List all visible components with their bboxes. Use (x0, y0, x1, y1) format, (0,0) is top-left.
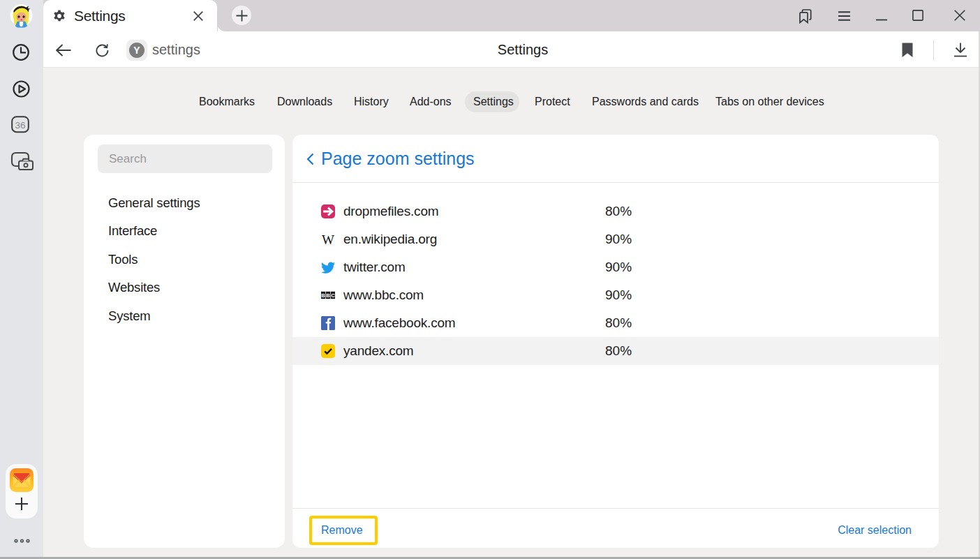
svg-text:B: B (321, 292, 325, 299)
svg-text:C: C (331, 292, 335, 299)
svg-text:W: W (322, 232, 334, 246)
svg-text:36: 36 (15, 120, 25, 131)
svg-text:B: B (326, 292, 330, 299)
